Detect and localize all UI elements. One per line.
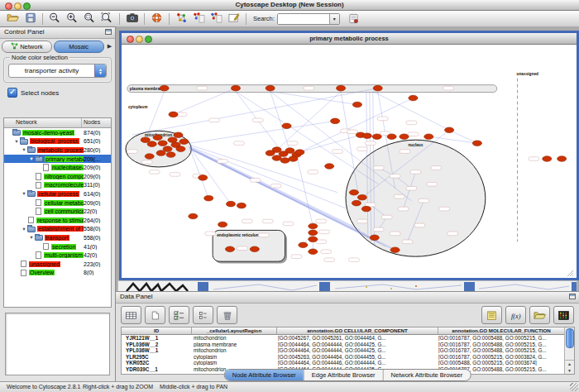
gene-node[interactable] xyxy=(361,206,371,212)
node-label-pill[interactable] xyxy=(149,170,160,174)
float-panel-icon[interactable] xyxy=(569,294,576,299)
tree-row[interactable]: ▼establishment of lo558(0) xyxy=(4,225,111,234)
gene-node[interactable] xyxy=(309,237,318,242)
table-scrollbar[interactable]: ▲▼ xyxy=(564,327,574,374)
gene-node[interactable] xyxy=(156,151,165,156)
table-row[interactable]: YLR295Ccytoplasm[GO:0045263, GO:0044464,… xyxy=(122,354,574,361)
node-label-pill[interactable] xyxy=(398,207,409,211)
node-label-pill[interactable] xyxy=(410,170,421,174)
node-label-pill[interactable] xyxy=(209,118,220,122)
gene-node[interactable] xyxy=(362,133,371,139)
gene-node[interactable] xyxy=(141,137,150,143)
gene-node[interactable] xyxy=(282,123,291,129)
gene-node[interactable] xyxy=(409,95,418,101)
column-header[interactable]: annotation.GO CELLULAR_COMPONENT xyxy=(277,327,438,335)
node-label-pill[interactable] xyxy=(373,166,384,170)
gene-node[interactable] xyxy=(331,118,340,124)
attribute-browser-button[interactable] xyxy=(345,12,362,26)
gene-node[interactable] xyxy=(199,175,208,181)
plugin-help-button[interactable] xyxy=(148,12,165,26)
gene-node[interactable] xyxy=(226,201,235,207)
network-window-titlebar[interactable]: primary metabolic process xyxy=(122,33,577,45)
gene-node[interactable] xyxy=(325,164,334,170)
search-input[interactable] xyxy=(278,14,329,24)
node-label-pill[interactable] xyxy=(252,118,263,122)
gene-node[interactable] xyxy=(445,127,454,133)
tree-row[interactable]: cell communicat22(0) xyxy=(4,207,111,216)
node-label-pill[interactable] xyxy=(381,215,392,219)
node-label-pill[interactable] xyxy=(270,184,281,189)
network-view-window[interactable]: primary metabolic process plasma membran… xyxy=(119,31,579,280)
gene-node[interactable] xyxy=(237,203,246,208)
gene-node[interactable] xyxy=(169,112,178,117)
table-row[interactable]: YJR121W__1mitochondrion[GO:0045267, GO:0… xyxy=(122,335,574,342)
gene-node[interactable] xyxy=(204,195,213,201)
gene-node[interactable] xyxy=(352,200,361,206)
open-file-button[interactable] xyxy=(4,12,22,26)
node-color-select[interactable]: transporter activity ▲▼ xyxy=(8,64,107,78)
tree-row[interactable]: mosaic-demo-yeast874(0) xyxy=(4,128,111,137)
delete-attribute-button[interactable] xyxy=(217,306,237,324)
node-label-pill[interactable] xyxy=(242,219,252,223)
search-combobox[interactable]: ▾ xyxy=(277,13,340,25)
node-label-pill[interactable] xyxy=(304,86,314,90)
expand-arrow-icon[interactable]: ▼ xyxy=(28,156,35,161)
gene-node[interactable] xyxy=(349,189,358,195)
node-label-pill[interactable] xyxy=(258,233,269,237)
expand-arrow-icon[interactable]: ▼ xyxy=(13,139,20,144)
node-label-pill[interactable] xyxy=(431,166,442,170)
tree-row[interactable]: unassigned223(0) xyxy=(4,260,111,269)
node-label-pill[interactable] xyxy=(321,250,332,254)
tree-row[interactable]: macromolecule311(0) xyxy=(4,181,111,190)
gene-node[interactable] xyxy=(158,141,167,146)
node-label-pill[interactable] xyxy=(443,86,454,90)
gene-node[interactable] xyxy=(168,137,177,143)
tab-mosaic[interactable]: Mosaic xyxy=(54,41,104,53)
tree-row[interactable]: multi-organism pro42(0) xyxy=(4,251,111,260)
float-panel-icon[interactable] xyxy=(105,29,112,35)
gene-node[interactable] xyxy=(231,85,240,91)
gene-node[interactable] xyxy=(266,85,275,91)
attribute-matrix-button[interactable] xyxy=(553,306,574,324)
gene-node[interactable] xyxy=(174,132,183,138)
zoom-fit-button[interactable] xyxy=(98,12,116,26)
gene-node[interactable] xyxy=(163,146,172,152)
gene-node[interactable] xyxy=(179,139,189,145)
node-label-pill[interactable] xyxy=(316,219,327,223)
tab-node-attribute-browser[interactable]: Node Attribute Browser xyxy=(225,370,304,380)
table-row[interactable]: YKR052Ccytoplasm[GO:0044464, GO:0044446,… xyxy=(122,360,574,366)
gene-node[interactable] xyxy=(372,134,381,140)
import-attributes-button[interactable] xyxy=(529,306,550,324)
node-label-pill[interactable] xyxy=(233,141,244,146)
gene-node[interactable] xyxy=(218,222,227,227)
tree-row[interactable]: ▼primary metabo209(... xyxy=(4,155,111,164)
node-label-pill[interactable] xyxy=(349,258,360,262)
node-label-pill[interactable] xyxy=(406,186,417,190)
tab-network-attribute-browser[interactable]: Network Attribute Browser xyxy=(384,370,471,380)
node-label-pill[interactable] xyxy=(356,219,367,223)
notes-button[interactable] xyxy=(481,306,502,324)
attribute-list-button[interactable] xyxy=(193,306,213,324)
gene-node[interactable] xyxy=(145,154,154,160)
tree-row[interactable]: nitrogen compo209(0) xyxy=(4,172,111,181)
node-label-pill[interactable] xyxy=(197,86,208,90)
gene-node[interactable] xyxy=(337,85,346,91)
hide-selected-button[interactable] xyxy=(190,12,208,26)
node-label-pill[interactable] xyxy=(408,132,419,136)
tree-row[interactable]: ▼metabolic process280(0) xyxy=(4,146,111,155)
node-label-pill[interactable] xyxy=(373,227,384,232)
window-titlebar[interactable]: Cytoscape Desktop (New Session) xyxy=(0,0,579,11)
gene-node[interactable] xyxy=(272,155,281,161)
tree-row[interactable]: ▼cellular process614(0) xyxy=(4,189,111,198)
node-label-pill[interactable] xyxy=(377,117,388,121)
gene-node[interactable] xyxy=(147,141,156,147)
gene-node[interactable] xyxy=(309,230,318,236)
gene-node[interactable] xyxy=(370,235,379,241)
node-label-pill[interactable] xyxy=(250,179,261,183)
stepper-icon[interactable]: ▲▼ xyxy=(94,65,106,77)
gene-node[interactable] xyxy=(309,223,318,229)
node-label-pill[interactable] xyxy=(390,232,400,236)
node-label-pill[interactable] xyxy=(439,207,450,211)
tree-row[interactable]: response to stimul264(0) xyxy=(4,216,111,225)
table-row[interactable]: YPL036W__2plasma membrane[GO:0044464, GO… xyxy=(122,342,574,348)
